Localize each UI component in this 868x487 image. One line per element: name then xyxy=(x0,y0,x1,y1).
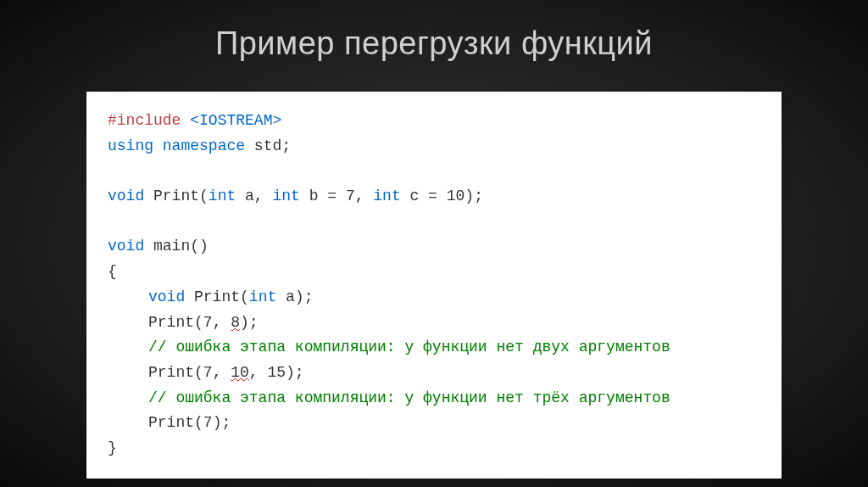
func-main: main xyxy=(144,238,190,255)
comma: , xyxy=(213,364,231,381)
comma: , xyxy=(213,314,231,331)
comma: , xyxy=(249,364,268,381)
call-post: ); xyxy=(213,414,231,431)
paren-close: ) xyxy=(295,288,304,305)
call-post: ); xyxy=(240,314,259,331)
int-kw: int xyxy=(373,188,400,204)
call-text: Print( xyxy=(148,314,203,331)
code-line-comment: // ошибка этапа компиляции: у функции не… xyxy=(108,386,760,411)
std-name: std xyxy=(254,137,281,154)
comment-text: ошибка этапа компиляции: у функции нет т… xyxy=(175,389,670,406)
semicolon: ; xyxy=(474,188,483,204)
num-8-error: 8 xyxy=(231,314,240,331)
slide-container: Пример перегрузки функций #include <IOST… xyxy=(0,0,868,487)
void-kw: void xyxy=(108,188,144,204)
int-kw: int xyxy=(209,188,236,204)
call-text: Print( xyxy=(148,414,203,431)
paren-close: ) xyxy=(465,188,474,204)
blank-line xyxy=(108,210,760,235)
param-b: b = xyxy=(300,188,346,204)
include-directive: #include xyxy=(108,112,181,129)
semicolon: ; xyxy=(304,288,314,305)
code-line: { xyxy=(108,260,760,285)
paren-open: ( xyxy=(240,288,249,305)
func-print: Print xyxy=(144,188,199,204)
call-text: Print( xyxy=(148,364,203,381)
code-line: void Print(int a); xyxy=(108,285,760,311)
num-7: 7 xyxy=(203,364,213,381)
comma: , xyxy=(355,188,374,204)
code-line: } xyxy=(108,436,760,462)
num-15: 15 xyxy=(267,364,286,381)
include-header: <IOSTREAM> xyxy=(181,112,281,129)
code-line: using namespace std; xyxy=(108,134,760,160)
num-7: 7 xyxy=(203,314,213,331)
brace-open: { xyxy=(108,263,117,280)
num-7: 7 xyxy=(346,188,355,204)
code-line: #include <IOSTREAM> xyxy=(108,109,760,134)
call-post: ); xyxy=(286,364,304,381)
param-a: a, xyxy=(236,188,272,204)
code-line: void main() xyxy=(108,234,760,260)
param-a: a xyxy=(276,288,295,305)
comment-text: ошибка этапа компиляции: у функции нет д… xyxy=(175,339,670,355)
code-line-comment: // ошибка этапа компиляции: у функции не… xyxy=(108,335,760,361)
semicolon: ; xyxy=(281,137,291,154)
paren-open: ( xyxy=(199,188,209,204)
code-line: Print(7); xyxy=(108,411,760,436)
num-7: 7 xyxy=(203,414,213,431)
code-line: Print(7, 8); xyxy=(108,311,760,336)
blank-line xyxy=(108,159,760,184)
parens: () xyxy=(190,238,209,255)
num-10: 10 xyxy=(447,188,465,204)
int-kw: int xyxy=(249,288,276,305)
code-line: void Print(int a, int b = 7, int c = 10)… xyxy=(108,184,760,210)
param-c: c = xyxy=(401,188,447,204)
num-10-error: 10 xyxy=(231,364,249,381)
code-block: #include <IOSTREAM> using namespace std;… xyxy=(86,92,782,479)
comment-prefix: // xyxy=(148,339,175,355)
code-line: Print(7, 10, 15); xyxy=(108,361,760,386)
brace-close: } xyxy=(108,439,117,456)
namespace-kw: namespace xyxy=(153,137,254,154)
comment-prefix: // xyxy=(148,389,175,406)
void-kw: void xyxy=(148,288,185,305)
func-print: Print xyxy=(185,288,240,305)
void-kw: void xyxy=(108,238,144,255)
using-kw: using xyxy=(108,137,153,154)
slide-title: Пример перегрузки функций xyxy=(215,25,653,62)
int-kw: int xyxy=(272,188,299,204)
